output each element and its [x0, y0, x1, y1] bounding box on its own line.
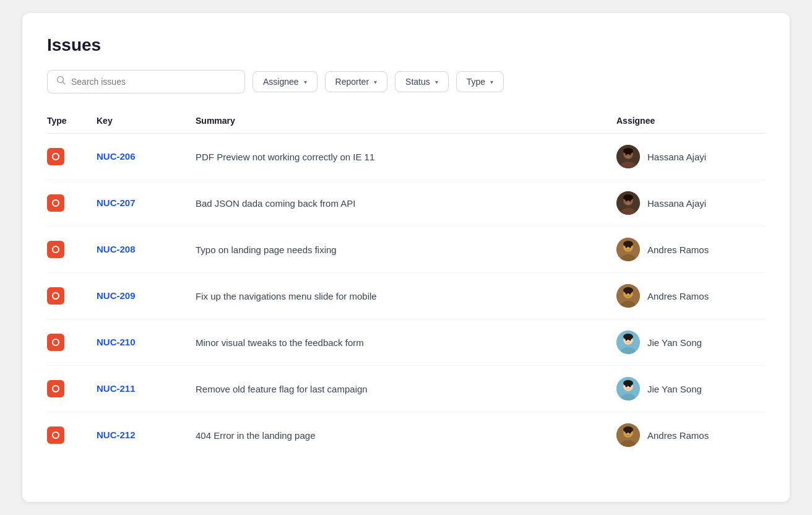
- svg-point-6: [623, 148, 633, 154]
- type-cell: [47, 426, 97, 444]
- search-wrapper[interactable]: [47, 70, 245, 93]
- key-cell: NUC-208: [97, 244, 196, 255]
- issue-summary: Bad JSON dada coming back from API: [196, 198, 616, 209]
- status-filter-label: Status: [405, 77, 430, 87]
- main-card: Issues Assignee ▾ Reporter ▾ Status ▾ Ty…: [22, 13, 790, 502]
- assignee-name: Hassana Ajayi: [647, 198, 706, 209]
- type-cell: [47, 241, 97, 258]
- assignee-name: Hassana Ajayi: [647, 152, 706, 162]
- key-cell: NUC-207: [97, 197, 196, 209]
- table-row: NUC-206 PDF Preview not working correctl…: [47, 134, 765, 180]
- issue-summary: PDF Preview not working correctly on IE …: [196, 152, 616, 162]
- col-type: Type: [47, 116, 97, 126]
- svg-point-14: [626, 200, 628, 202]
- table-row: NUC-210 Minor visual tweaks to the feedb…: [47, 319, 765, 366]
- bug-icon-inner: [52, 431, 59, 439]
- chevron-down-icon: ▾: [435, 79, 438, 85]
- table-body: NUC-206 PDF Preview not working correctl…: [47, 134, 765, 458]
- issue-key-link[interactable]: NUC-211: [97, 383, 136, 394]
- assignee-cell: Hassana Ajayi: [616, 191, 765, 215]
- svg-point-8: [629, 154, 631, 155]
- issue-key-link[interactable]: NUC-207: [97, 197, 136, 208]
- avatar: [616, 331, 640, 354]
- avatar: [616, 145, 640, 168]
- assignee-name: Jie Yan Song: [647, 337, 702, 348]
- type-filter-label: Type: [467, 77, 485, 87]
- type-cell: [47, 334, 97, 351]
- svg-point-20: [623, 241, 633, 247]
- issue-type-icon: [47, 194, 64, 212]
- assignee-cell: Andres Ramos: [616, 238, 765, 261]
- bug-icon-inner: [52, 292, 59, 300]
- issue-type-icon: [47, 148, 64, 165]
- svg-point-34: [623, 334, 633, 340]
- chevron-down-icon: ▾: [304, 79, 307, 85]
- chevron-down-icon: ▾: [374, 79, 377, 85]
- table-row: NUC-207 Bad JSON dada coming back from A…: [47, 180, 765, 227]
- issues-table: Type Key Summary Assignee NUC-206 PDF Pr…: [47, 116, 765, 458]
- svg-point-15: [629, 200, 631, 202]
- issue-type-icon: [47, 241, 64, 258]
- avatar: [616, 238, 640, 261]
- table-row: NUC-208 Typo on landing page needs fixin…: [47, 227, 765, 273]
- svg-point-50: [629, 432, 631, 434]
- reporter-filter-button[interactable]: Reporter ▾: [325, 71, 387, 92]
- toolbar: Assignee ▾ Reporter ▾ Status ▾ Type ▾: [47, 70, 765, 93]
- search-input[interactable]: [71, 77, 236, 87]
- type-cell: [47, 380, 97, 397]
- issue-type-icon: [47, 287, 64, 305]
- bug-icon-inner: [52, 199, 59, 207]
- assignee-filter-label: Assignee: [263, 77, 299, 87]
- key-cell: NUC-210: [97, 337, 196, 348]
- svg-point-42: [626, 386, 628, 387]
- avatar: [616, 284, 640, 308]
- chevron-down-icon: ▾: [490, 79, 493, 85]
- bug-icon-inner: [52, 339, 59, 346]
- svg-point-28: [626, 293, 628, 295]
- assignee-name: Andres Ramos: [647, 245, 709, 255]
- svg-point-35: [626, 339, 628, 341]
- issue-key-link[interactable]: NUC-210: [97, 337, 136, 347]
- svg-line-1: [63, 82, 66, 85]
- bug-icon-inner: [52, 385, 59, 392]
- reporter-filter-label: Reporter: [335, 77, 369, 87]
- key-cell: NUC-211: [97, 383, 196, 394]
- col-summary: Summary: [196, 116, 616, 126]
- issue-key-link[interactable]: NUC-209: [97, 290, 136, 301]
- assignee-name: Andres Ramos: [647, 291, 709, 301]
- svg-point-48: [623, 426, 633, 433]
- assignee-filter-button[interactable]: Assignee ▾: [253, 71, 317, 92]
- type-cell: [47, 287, 97, 305]
- issue-key-link[interactable]: NUC-208: [97, 244, 136, 254]
- page-title: Issues: [47, 35, 765, 55]
- issue-key-link[interactable]: NUC-206: [97, 151, 136, 162]
- table-header: Type Key Summary Assignee: [47, 116, 765, 134]
- col-assignee: Assignee: [616, 116, 765, 126]
- svg-point-13: [623, 194, 633, 201]
- table-row: NUC-209 Fix up the navigations menu slid…: [47, 273, 765, 319]
- bug-icon-inner: [52, 153, 59, 160]
- issue-type-icon: [47, 380, 64, 397]
- svg-point-43: [629, 386, 631, 387]
- assignee-name: Andres Ramos: [647, 430, 709, 441]
- assignee-cell: Jie Yan Song: [616, 331, 765, 354]
- svg-point-7: [626, 154, 628, 155]
- issue-key-link[interactable]: NUC-212: [97, 430, 136, 440]
- assignee-cell: Hassana Ajayi: [616, 145, 765, 168]
- table-row: NUC-211 Remove old feature flag for last…: [47, 366, 765, 412]
- svg-point-36: [629, 339, 631, 341]
- avatar: [616, 191, 640, 215]
- assignee-cell: Andres Ramos: [616, 284, 765, 308]
- assignee-cell: Andres Ramos: [616, 423, 765, 447]
- svg-point-22: [629, 246, 631, 248]
- type-filter-button[interactable]: Type ▾: [456, 71, 504, 92]
- avatar: [616, 377, 640, 400]
- issue-summary: Fix up the navigations menu slide for mo…: [196, 291, 616, 301]
- assignee-cell: Jie Yan Song: [616, 377, 765, 400]
- status-filter-button[interactable]: Status ▾: [395, 71, 449, 92]
- svg-point-27: [623, 287, 633, 293]
- table-row: NUC-212 404 Error in the landing page An…: [47, 412, 765, 458]
- svg-point-49: [626, 432, 628, 434]
- issue-type-icon: [47, 334, 64, 351]
- avatar: [616, 423, 640, 447]
